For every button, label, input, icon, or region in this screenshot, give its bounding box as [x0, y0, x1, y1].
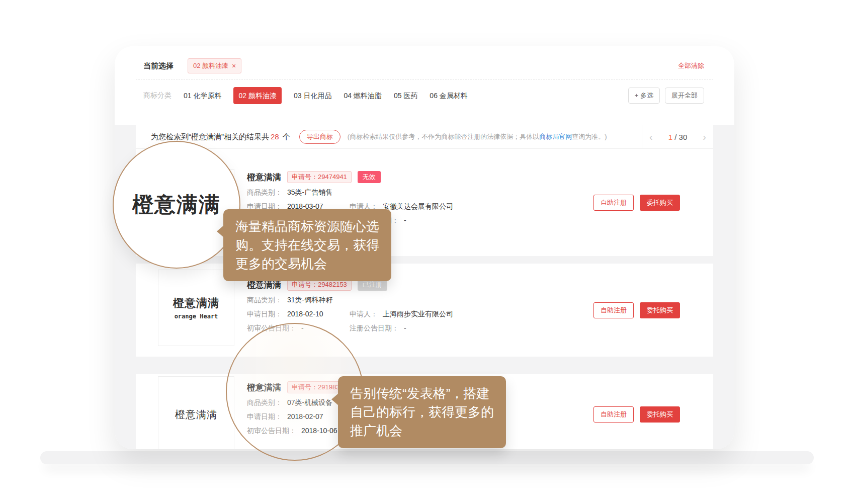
field-value: 2018-02-10: [287, 309, 323, 319]
entrust-buy-button[interactable]: 委托购买: [640, 406, 680, 423]
results-summary-text: 为您检索到“橙意满满”相关的结果共28 个: [151, 132, 290, 142]
category-item-01[interactable]: 01 化学原料: [184, 89, 221, 103]
field-value: 31类-饲料种籽: [287, 295, 332, 305]
field-label: 申请人：: [350, 309, 378, 319]
trademark-name: 橙意满满: [247, 172, 281, 183]
category-bar-buttons: + 多选 展开全部: [628, 88, 704, 104]
page-indicator: 1 / 30: [668, 133, 688, 141]
disclaimer-pre: (商标检索结果仅供参考，不作为商标能否注册的法律依据；具体以: [348, 133, 539, 140]
field-pair: 申请人：上海雨步实业有限公司: [350, 309, 453, 319]
results-prefix: 为您检索到“橙意满满”相关的结果共: [151, 132, 269, 141]
trademark-image[interactable]: 橙意满满 orange Heart: [158, 270, 234, 346]
selected-filter-tag-text: 02 颜料油漆: [193, 61, 228, 70]
field-label: 商品类别：: [247, 187, 282, 197]
category-item-04[interactable]: 04 燃料油脂: [344, 89, 381, 103]
export-trademarks-button[interactable]: 导出商标: [299, 130, 340, 144]
tooltip-text: 告别传统“发表格”，搭建自己的标行，获得更多的推广机会: [350, 386, 494, 438]
application-number-value: 29474941: [318, 173, 347, 181]
category-item-02-active[interactable]: 02 颜料油漆: [233, 87, 281, 104]
total-pages: 30: [679, 133, 688, 141]
self-register-button[interactable]: 自助注册: [593, 406, 634, 423]
multi-select-button[interactable]: + 多选: [628, 88, 660, 104]
current-selection-label: 当前选择: [143, 61, 174, 71]
field-pair: 注册公告日期：-: [350, 323, 406, 333]
category-bar: 商标分类 01 化学原料 02 颜料油漆 03 日化用品 04 燃料油脂 05 …: [115, 80, 734, 112]
trademark-image-subtext: orange Heart: [175, 313, 218, 320]
close-icon[interactable]: ×: [232, 62, 236, 69]
application-number-label: 申请号：: [292, 173, 318, 181]
row-actions: 自助注册 委托购买: [593, 302, 680, 318]
trademark-image-text: 橙意满满: [175, 408, 217, 422]
results-count: 28: [271, 132, 279, 141]
entrust-buy-button[interactable]: 委托购买: [640, 195, 680, 211]
tooltip-bubble: 海量精品商标资源随心选购。支持在线交易，获得更多的交易机会: [223, 209, 391, 281]
self-register-button[interactable]: 自助注册: [593, 302, 634, 318]
results-unit: 个: [283, 132, 290, 141]
self-register-button[interactable]: 自助注册: [593, 195, 634, 211]
field-value: 35类-广告销售: [287, 187, 332, 197]
current-selection-bar: 当前选择 02 颜料油漆 × 全部清除: [115, 46, 734, 79]
field-pair: 商品类别：35类-广告销售: [247, 187, 332, 197]
application-number-value: 29482153: [318, 281, 347, 288]
laptop-base-bar: [40, 451, 814, 464]
application-number-label: 申请号：: [292, 281, 318, 288]
category-item-06[interactable]: 06 金属材料: [430, 89, 467, 103]
status-badge: 无效: [358, 171, 381, 183]
application-number-tag: 申请号：29474941: [287, 171, 352, 183]
trademark-title-line: 橙意满满 申请号：29474941 无效: [247, 171, 713, 183]
magnified-trademark-text: 橙意满满: [132, 191, 221, 219]
row-actions: 自助注册 委托购买: [593, 195, 680, 211]
current-page: 1: [668, 133, 672, 141]
row-actions: 自助注册 委托购买: [593, 406, 680, 423]
page: 当前选择 02 颜料油漆 × 全部清除 商标分类 01 化学原料 02 颜料油漆…: [0, 0, 853, 504]
field-label: 申请日期：: [247, 309, 282, 319]
disclaimer-post: 查询为准。): [572, 133, 607, 140]
magnifier-lens: 橙意满满: [113, 141, 240, 269]
field-value: 安徽美达会展有限公司: [383, 201, 453, 211]
category-bar-label: 商标分类: [143, 91, 172, 100]
field-pair: 商品类别：31类-饲料种籽: [247, 295, 332, 305]
category-item-05[interactable]: 05 医药: [394, 89, 417, 103]
field-label: 注册公告日期：: [350, 323, 399, 333]
chevron-right-icon[interactable]: ›: [703, 132, 706, 142]
field-value: 上海雨步实业有限公司: [383, 309, 453, 319]
selected-filter-tag[interactable]: 02 颜料油漆 ×: [188, 58, 241, 73]
tooltip-bubble: 告别传统“发表格”，搭建自己的标行，获得更多的推广机会: [338, 376, 506, 448]
field-pair: 申请日期：2018-02-10: [247, 309, 350, 319]
chevron-left-icon[interactable]: ‹: [649, 132, 653, 142]
trademark-image[interactable]: 橙意满满: [158, 376, 234, 449]
bubble-arrow: [331, 393, 338, 405]
trademark-image-text: 橙意满满: [173, 296, 219, 311]
disclaimer-text: (商标检索结果仅供参考，不作为商标能否注册的法律依据；具体以商标局官网查询为准。…: [348, 132, 607, 141]
table-row: 橙意满满 orange Heart 橙意满满 申请号：29482153 已注册 …: [136, 264, 713, 357]
trademark-office-link[interactable]: 商标局官网: [539, 133, 572, 140]
expand-all-button[interactable]: 展开全部: [665, 88, 704, 104]
tooltip-text: 海量精品商标资源随心选购。支持在线交易，获得更多的交易机会: [235, 219, 379, 271]
field-value: -: [404, 323, 406, 333]
pagination: ‹ 1 / 30 ›: [642, 125, 713, 148]
field-value: -: [404, 215, 406, 225]
category-item-03[interactable]: 03 日化用品: [294, 89, 331, 103]
results-summary-bar: 为您检索到“橙意满满”相关的结果共28 个 导出商标 (商标检索结果仅供参考，不…: [136, 125, 713, 149]
clear-all-button[interactable]: 全部清除: [678, 61, 704, 70]
bubble-arrow: [217, 225, 224, 237]
page-separator: /: [674, 133, 676, 141]
field-label: 商品类别：: [247, 295, 282, 305]
entrust-buy-button[interactable]: 委托购买: [640, 302, 680, 318]
